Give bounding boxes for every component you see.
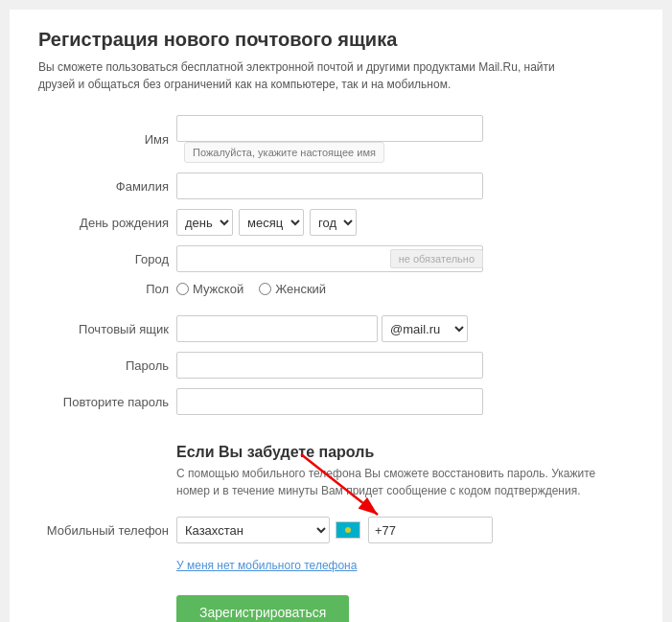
city-wrapper: не обязательно xyxy=(176,245,483,272)
no-phone-link[interactable]: У меня нет мобильного телефона xyxy=(176,559,357,572)
spacer-row-2 xyxy=(38,420,634,429)
dob-day-select[interactable]: день xyxy=(176,209,233,236)
mailbox-input-cell: @mail.ru @inbox.ru @list.ru @bk.ru xyxy=(173,311,634,347)
name-label: Имя xyxy=(38,110,173,168)
name-row: Имя Пожалуйста, укажите настоящее имя xyxy=(38,110,634,168)
confirm-password-input-cell xyxy=(173,383,634,420)
password-input-cell xyxy=(173,347,634,383)
no-phone-row: У меня нет мобильного телефона xyxy=(38,548,634,581)
phone-number-input[interactable] xyxy=(368,517,493,543)
submit-button[interactable]: Зарегистрироваться xyxy=(176,595,349,622)
dob-row: День рождения день месяц год xyxy=(38,204,634,241)
dob-input-cell: день месяц год xyxy=(173,204,634,241)
gender-input-cell: Мужской Женский xyxy=(173,277,634,301)
mailbox-label: Почтовый ящик xyxy=(38,311,173,347)
surname-input[interactable] xyxy=(176,173,483,199)
confirm-password-label: Повторите пароль xyxy=(38,383,173,420)
phone-row-inner: Казахстан xyxy=(176,517,630,543)
form-table: Имя Пожалуйста, укажите настоящее имя Фа… xyxy=(38,110,634,622)
dob-label: День рождения xyxy=(38,204,173,241)
surname-row: Фамилия xyxy=(38,168,634,204)
gender-label: Пол xyxy=(38,277,173,301)
phone-country-select[interactable]: Казахстан xyxy=(176,517,330,543)
kz-flag-svg xyxy=(336,522,359,538)
mail-row: @mail.ru @inbox.ru @list.ru @bk.ru xyxy=(176,315,630,342)
mailbox-input[interactable] xyxy=(176,315,378,342)
gender-male-option[interactable]: Мужской xyxy=(176,282,243,296)
at-domain: @mail.ru @inbox.ru @list.ru @bk.ru xyxy=(382,315,468,342)
phone-row: Мобильный телефон Казахстан xyxy=(38,512,634,548)
svg-point-1 xyxy=(345,527,351,533)
dob-year-select[interactable]: год xyxy=(310,209,357,236)
city-row: Город не обязательно xyxy=(38,241,634,277)
confirm-password-row: Повторите пароль xyxy=(38,383,634,420)
spacer-row xyxy=(38,301,634,311)
dob-selects: день месяц год xyxy=(176,209,630,236)
registration-form: Имя Пожалуйста, укажите настоящее имя Фа… xyxy=(38,110,634,622)
city-input-cell: не обязательно xyxy=(173,241,634,277)
name-input-cell: Пожалуйста, укажите настоящее имя xyxy=(173,110,634,168)
recovery-section-title: Если Вы забудете пароль xyxy=(176,434,630,465)
dob-month-select[interactable]: месяц xyxy=(239,209,304,236)
page-title: Регистрация нового почтового ящика xyxy=(38,29,634,51)
surname-input-cell xyxy=(173,168,634,204)
domain-select[interactable]: @mail.ru @inbox.ru @list.ru @bk.ru xyxy=(382,315,468,342)
password-row: Пароль xyxy=(38,347,634,383)
confirm-password-input[interactable] xyxy=(176,388,483,415)
city-label: Город xyxy=(38,241,173,277)
city-optional-label: не обязательно xyxy=(390,249,483,268)
gender-female-option[interactable]: Женский xyxy=(259,282,326,296)
gender-female-radio[interactable] xyxy=(259,283,271,295)
name-input[interactable] xyxy=(176,115,483,142)
submit-row: Зарегистрироваться xyxy=(38,581,634,622)
recovery-header-row: Если Вы забудете пароль С помощью мобиль… xyxy=(38,429,634,512)
gender-male-radio[interactable] xyxy=(176,283,189,295)
phone-label: Мобильный телефон xyxy=(38,512,173,548)
mailbox-row: Почтовый ящик @mail.ru @inbox.ru @list.r… xyxy=(38,311,634,347)
recovery-section-desc: С помощью мобильного телефона Вы сможете… xyxy=(176,465,630,499)
gender-options: Мужской Женский xyxy=(176,282,630,296)
gender-row: Пол Мужской Женский xyxy=(38,277,634,301)
gender-female-label: Женский xyxy=(275,282,326,296)
surname-label: Фамилия xyxy=(38,168,173,204)
password-input[interactable] xyxy=(176,352,483,379)
page-container: Регистрация нового почтового ящика Вы см… xyxy=(10,10,662,622)
password-label: Пароль xyxy=(38,347,173,383)
flag-icon xyxy=(336,521,360,539)
phone-input-cell: Казахстан xyxy=(173,512,634,548)
gender-male-label: Мужской xyxy=(193,282,243,296)
name-hint: Пожалуйста, укажите настоящее имя xyxy=(184,142,384,163)
subtitle: Вы сможете пользоваться бесплатной элект… xyxy=(38,58,575,93)
